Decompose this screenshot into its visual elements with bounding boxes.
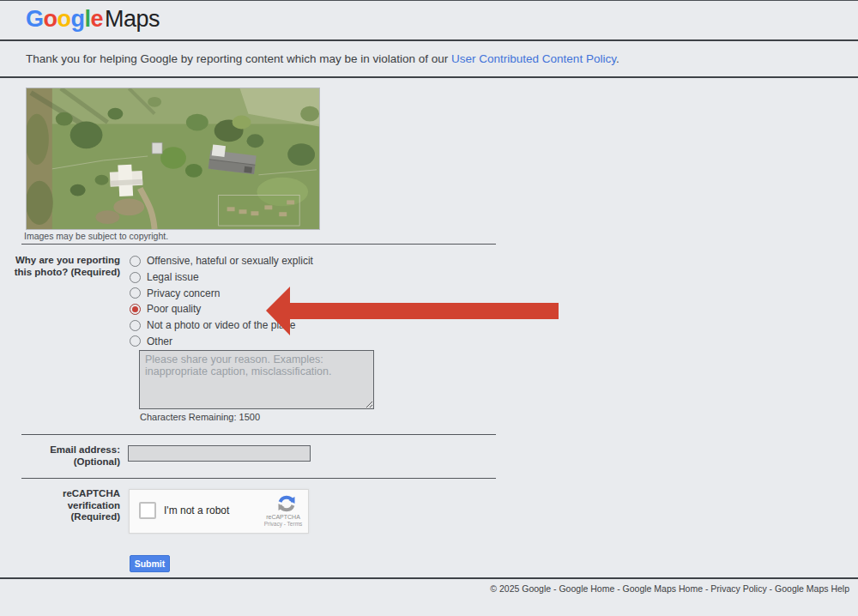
radio-label: Other	[147, 335, 172, 347]
report-content-page: GoogleMaps Thank you for helping Google …	[0, 0, 858, 616]
reason-field-label: Why are you reporting this photo? (Requi…	[9, 255, 120, 278]
recaptcha-privacy-terms-links[interactable]: Privacy - Terms	[258, 521, 308, 528]
recaptcha-checkbox-label: I'm not a robot	[164, 504, 229, 516]
recaptcha-label-line2: (Required)	[9, 511, 120, 523]
footer-separator: -	[767, 583, 775, 594]
radio-option-legal-issue[interactable]: Legal issue	[130, 269, 313, 286]
email-label-line2: (Optional)	[9, 456, 120, 468]
email-field-label: Email address: (Optional)	[9, 444, 120, 468]
email-input[interactable]	[128, 445, 311, 462]
radio-label: Legal issue	[147, 271, 199, 283]
footer-separator: -	[614, 583, 622, 594]
reason-label-line1: Why are you reporting	[9, 255, 120, 267]
logo-letter: G	[26, 6, 44, 32]
radio-button-selected[interactable]	[130, 304, 141, 315]
radio-label: Not a photo or video of the place	[147, 319, 295, 331]
logo-maps-label: Maps	[105, 6, 160, 32]
divider	[21, 434, 496, 435]
email-label-line1: Email address:	[9, 444, 120, 456]
submit-button[interactable]: Submit	[130, 555, 170, 572]
logo-letter: l	[85, 6, 91, 32]
footer-link-google-maps-help[interactable]: Google Maps Help	[775, 583, 849, 594]
footer-link-privacy-policy[interactable]: Privacy Policy	[710, 583, 766, 594]
reason-radio-group: Offensive, hateful or sexually explicit …	[130, 253, 313, 349]
radio-option-other[interactable]: Other	[130, 333, 313, 349]
recaptcha-field-label: reCAPTCHA verification (Required)	[9, 488, 120, 523]
footer-link-google-home[interactable]: Google Home	[559, 583, 614, 594]
radio-button[interactable]	[130, 287, 141, 299]
logo-letter: g	[71, 6, 85, 32]
footer-copyright: © 2025 Google	[490, 583, 551, 594]
logo-letter: o	[57, 6, 71, 32]
thank-you-banner: Thank you for helping Google by reportin…	[0, 41, 858, 78]
copyright-caption: Images may be subject to copyright.	[24, 231, 168, 241]
divider	[21, 478, 496, 479]
characters-remaining: Characters Remaining: 1500	[140, 412, 260, 422]
radio-option-offensive[interactable]: Offensive, hateful or sexually explicit	[130, 253, 313, 269]
content-policy-link[interactable]: User Contributed Content Policy	[451, 52, 616, 65]
google-maps-logo[interactable]: GoogleMaps	[26, 6, 160, 33]
logo-letter: o	[44, 6, 57, 32]
recaptcha-brand-text: reCAPTCHA	[258, 514, 308, 521]
recaptcha-widget: I'm not a robot reCAPTCHA Privacy - Term…	[129, 489, 309, 534]
reason-textarea[interactable]	[139, 350, 374, 409]
reported-photo	[26, 88, 320, 230]
header: GoogleMaps	[0, 1, 858, 41]
recaptcha-brand: reCAPTCHA Privacy - Terms	[258, 514, 308, 528]
reason-label-line2: this photo? (Required)	[9, 267, 120, 279]
radio-button[interactable]	[130, 272, 141, 283]
recaptcha-label-line1: reCAPTCHA verification	[9, 488, 120, 511]
recaptcha-checkbox[interactable]	[139, 502, 156, 519]
aerial-photo-graphic	[27, 88, 319, 229]
radio-button[interactable]	[130, 335, 141, 347]
radio-option-privacy-concern[interactable]: Privacy concern	[130, 285, 313, 301]
footer: © 2025 Google - Google Home - Google Map…	[490, 583, 849, 594]
recaptcha-logo-icon	[276, 493, 297, 514]
banner-text-suffix: .	[616, 52, 619, 65]
radio-option-not-a-photo[interactable]: Not a photo or video of the place	[130, 317, 313, 334]
logo-letter: e	[91, 6, 104, 32]
footer-divider	[0, 577, 858, 579]
radio-button[interactable]	[130, 320, 141, 331]
radio-label: Offensive, hateful or sexually explicit	[147, 255, 313, 267]
footer-separator: -	[703, 583, 710, 594]
radio-option-poor-quality[interactable]: Poor quality	[130, 301, 313, 317]
divider	[21, 244, 496, 245]
radio-button[interactable]	[130, 256, 141, 267]
radio-label: Poor quality	[147, 303, 201, 315]
banner-text: Thank you for helping Google by reportin…	[26, 52, 451, 65]
footer-link-google-maps-home[interactable]: Google Maps Home	[623, 583, 703, 594]
radio-label: Privacy concern	[147, 287, 220, 299]
